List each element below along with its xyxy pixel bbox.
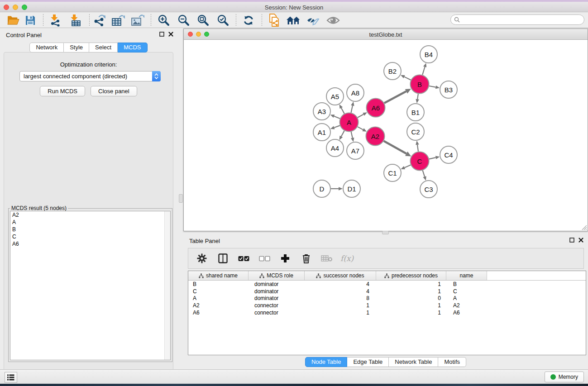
close-panel-button[interactable]: Close panel — [91, 86, 137, 96]
node-C1[interactable]: C1 — [384, 164, 401, 181]
node-A5[interactable]: A5 — [326, 88, 344, 105]
column-header-predecessor-nodes[interactable]: predecessor nodes — [376, 271, 446, 280]
edge-A2-C[interactable] — [384, 141, 406, 154]
node-A4[interactable]: A4 — [326, 139, 344, 157]
result-item-a[interactable]: A — [10, 219, 170, 226]
node-C4[interactable]: C4 — [440, 146, 457, 163]
create-column-button[interactable] — [278, 251, 292, 266]
node-C[interactable]: C — [411, 152, 429, 171]
export-image-button[interactable] — [129, 13, 146, 27]
edge-A6-B[interactable] — [384, 91, 406, 103]
node-D[interactable]: D — [313, 180, 330, 197]
network-graph[interactable]: B4B2BB3A8A5A6A3B1AA1C2A2A4A7C4CC1C3DD1 — [184, 40, 588, 231]
node-C3[interactable]: C3 — [420, 181, 437, 198]
edge-C-C4[interactable] — [429, 157, 436, 159]
select-all-columns-button[interactable] — [236, 251, 251, 266]
table-row[interactable]: Cdominator41C — [188, 288, 586, 295]
edge-C-C1[interactable] — [405, 165, 411, 168]
edge-A-A7[interactable] — [351, 132, 353, 138]
optimization-criterion-select[interactable]: largest connected component (directed) — [19, 71, 161, 81]
tab-network-table[interactable]: Network Table — [389, 357, 438, 367]
node-A1[interactable]: A1 — [313, 124, 330, 141]
zoom-fit-button[interactable] — [195, 13, 211, 27]
table-row[interactable]: Bdominator41B — [188, 281, 586, 288]
home-view-button[interactable] — [285, 13, 301, 27]
edge-A-A4[interactable] — [341, 131, 344, 137]
edge-C-C2[interactable] — [417, 145, 418, 152]
column-header-name[interactable]: name — [446, 271, 487, 280]
result-item-b[interactable]: B — [10, 226, 170, 233]
edge-B-B1[interactable] — [417, 94, 418, 99]
table-options-gear-button[interactable] — [195, 251, 209, 266]
edge-A-A5[interactable] — [341, 108, 344, 114]
node-A7[interactable]: A7 — [347, 142, 364, 159]
result-scrollbar[interactable] — [164, 211, 170, 360]
result-item-c[interactable]: C — [10, 233, 170, 240]
network-canvas[interactable]: B4B2BB3A8A5A6A3B1AA1C2A2A4A7C4CC1C3DD1 — [184, 40, 588, 231]
close-panel-icon[interactable] — [578, 238, 583, 243]
save-session-button[interactable] — [22, 13, 38, 27]
mcds-result-list[interactable]: A2ABCA6 — [10, 211, 171, 360]
tab-network[interactable]: Network — [29, 43, 64, 52]
node-B2[interactable]: B2 — [384, 62, 401, 80]
zoom-out-button[interactable] — [176, 13, 192, 27]
tab-mcds[interactable]: MCDS — [118, 43, 147, 52]
node-B3[interactable]: B3 — [440, 81, 457, 98]
horizontal-split-handle[interactable] — [382, 231, 389, 234]
refresh-layout-button[interactable] — [240, 13, 257, 27]
clone-network-button[interactable] — [266, 13, 282, 27]
edge-B-B3[interactable] — [429, 86, 435, 87]
tab-style[interactable]: Style — [64, 43, 89, 52]
column-header-successor-nodes[interactable]: successor nodes — [305, 271, 376, 280]
node-table[interactable]: shared nameMCDS rolesuccessor nodesprede… — [188, 271, 586, 355]
node-D1[interactable]: D1 — [343, 180, 360, 197]
edge-A-A1[interactable] — [334, 125, 340, 128]
edge-A-A6[interactable] — [358, 114, 363, 118]
open-session-button[interactable] — [5, 13, 21, 27]
edge-B-B2[interactable] — [404, 77, 411, 80]
zoom-selected-button[interactable] — [215, 13, 231, 27]
delete-columns-button[interactable] — [299, 251, 313, 266]
deselect-all-columns-button[interactable] — [257, 251, 272, 266]
zoom-in-button[interactable] — [156, 13, 172, 27]
search-input[interactable] — [462, 17, 584, 23]
node-A3[interactable]: A3 — [313, 103, 330, 120]
table-row[interactable]: Adominator80A — [188, 295, 586, 302]
export-table-button[interactable] — [110, 13, 126, 27]
edge-B-B4[interactable] — [422, 67, 425, 75]
edge-C-C3[interactable] — [423, 170, 425, 176]
show-hide-panel-button[interactable] — [325, 13, 341, 27]
result-item-a2[interactable]: A2 — [10, 211, 170, 219]
node-C2[interactable]: C2 — [407, 123, 424, 140]
import-network-button[interactable] — [47, 13, 63, 27]
tab-edge-table[interactable]: Edge Table — [347, 357, 389, 367]
memory-button[interactable]: Memory — [545, 372, 584, 382]
node-B1[interactable]: B1 — [407, 104, 424, 121]
toggle-graphics-details-button[interactable] — [305, 13, 321, 27]
task-history-button[interactable] — [5, 372, 17, 383]
result-item-a6[interactable]: A6 — [10, 240, 170, 248]
run-mcds-button[interactable]: Run MCDS — [40, 86, 85, 96]
resize-grip-icon[interactable] — [581, 224, 587, 230]
table-row[interactable]: A6connector11A6 — [188, 309, 586, 316]
network-window-titlebar[interactable]: testGlobe.txt — [184, 29, 588, 40]
node-A2[interactable]: A2 — [366, 127, 385, 146]
show-columns-button[interactable] — [215, 251, 230, 266]
tab-node-table[interactable]: Node Table — [305, 357, 348, 367]
tab-select[interactable]: Select — [89, 43, 118, 52]
node-B4[interactable]: B4 — [420, 46, 437, 63]
node-A[interactable]: A — [340, 113, 359, 132]
float-panel-icon[interactable] — [569, 238, 574, 243]
edge-A-A2[interactable] — [358, 127, 363, 129]
node-A6[interactable]: A6 — [367, 99, 385, 117]
column-header-shared-name[interactable]: shared name — [188, 271, 249, 280]
edge-A-A8[interactable] — [351, 105, 353, 113]
node-B[interactable]: B — [411, 75, 429, 94]
table-row[interactable]: A2connector11A2 — [188, 302, 586, 309]
tab-motifs[interactable]: Motifs — [438, 357, 466, 367]
vertical-split-handle[interactable] — [179, 194, 183, 203]
import-table-button[interactable] — [67, 13, 83, 27]
node-A8[interactable]: A8 — [347, 84, 364, 101]
edge-A-A3[interactable] — [334, 116, 340, 119]
export-network-button[interactable] — [91, 13, 107, 27]
